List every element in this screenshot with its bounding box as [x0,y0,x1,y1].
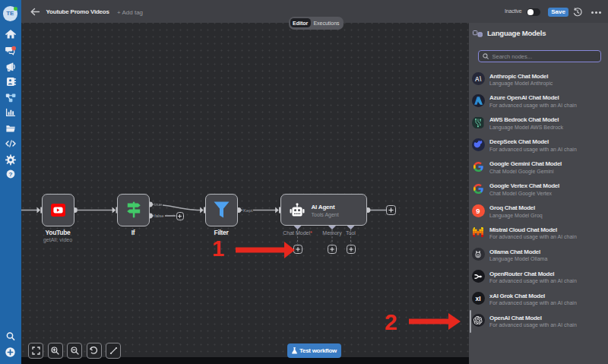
svg-text:?: ? [9,171,13,178]
